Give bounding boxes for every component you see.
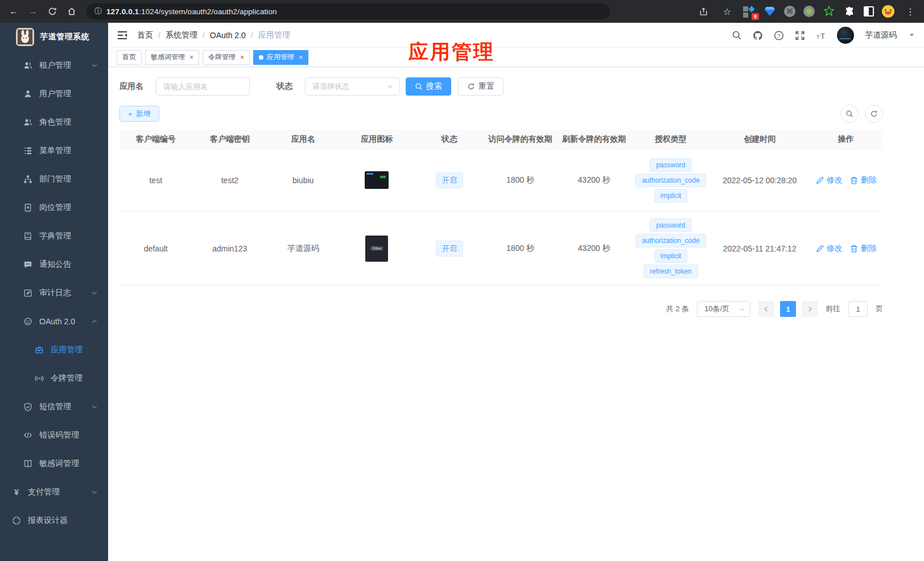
tab-close-icon[interactable]: × [299,53,303,61]
breadcrumb-item-1[interactable]: 系统管理 [166,30,197,40]
user-avatar[interactable] [837,27,854,44]
goto-label: 前往 [826,304,840,314]
goto-page-input[interactable] [848,301,868,317]
breadcrumb-item-0[interactable]: 首页 [137,30,153,40]
extension-blocks-icon[interactable]: 9 [743,5,756,18]
puzzle-extensions-icon[interactable] [843,5,856,18]
trash-icon [849,176,859,185]
audit-log-icon [23,288,32,298]
tab-1[interactable]: 敏感词管理× [145,50,199,65]
reset-button[interactable]: 重置 [458,77,504,96]
sidebar-item-15[interactable]: ¥支付管理 [0,478,108,506]
logo-row[interactable]: 芋道管理系统 [0,23,108,51]
delete-link[interactable]: 删除 [849,244,877,254]
sidebar-item-6[interactable]: 字典管理 [0,222,108,250]
refresh-table-button[interactable] [865,105,883,123]
token-signal-icon [35,374,44,383]
svg-text:T: T [820,31,825,40]
sidebar-item-11[interactable]: 令牌管理 [0,364,108,393]
bookmark-star-icon[interactable]: ☆ [719,3,735,19]
search-button[interactable]: 搜索 [406,77,451,96]
github-icon[interactable] [753,30,763,40]
fullscreen-icon[interactable] [795,30,805,40]
tab-close-icon[interactable]: × [240,53,244,61]
gem-extension-icon[interactable] [764,5,776,18]
cell-created-time: 2022-05-12 00:28:20 [711,176,809,185]
toggle-search-button[interactable] [840,105,859,123]
help-icon[interactable]: ? [774,30,784,40]
cell-grant-types: passwordauthorization_codeimplicitrefres… [631,218,711,278]
status-select[interactable]: 请选择状态 [305,77,400,96]
sidebar-item-5[interactable]: 岗位管理 [0,193,108,222]
breadcrumb-item-2[interactable]: OAuth 2.0 [210,31,246,40]
sidebar-item-4[interactable]: 部门管理 [0,165,108,193]
header-search-icon[interactable] [732,30,742,40]
plus-icon: + [128,110,133,118]
column-header-4: 状态 [415,134,484,145]
user-name[interactable]: 芋道源码 [865,30,897,40]
address-bar[interactable]: ⓘ 127.0.0.1:1024/system/oauth2/oauth2/ap… [86,3,610,19]
sidebar-item-label: 敏感词管理 [39,459,79,469]
error-code-icon [23,431,32,440]
search-icon [415,82,423,90]
font-size-icon[interactable]: TT [816,30,826,40]
tab-0[interactable]: 首页 [117,50,142,65]
share-icon[interactable] [695,3,711,19]
browser-back-button[interactable]: ← [6,3,22,19]
edit-link[interactable]: 修改 [815,244,843,254]
app-name-input[interactable] [156,77,250,96]
user-menu-caret-icon[interactable] [909,32,915,38]
browser-forward-button[interactable]: → [25,3,41,19]
tab-close-icon[interactable]: × [189,53,193,61]
sidebar-item-label: 支付管理 [28,487,60,497]
page-size-select[interactable]: 10条/页 [697,301,750,317]
sidebar-item-16[interactable]: 报表设计器 [0,506,108,535]
sidebar-collapse-icon[interactable] [117,30,128,41]
recorder-extension-icon[interactable] [803,6,815,17]
sidebar-item-12[interactable]: 短信管理 [0,393,108,421]
refresh-icon [467,82,475,90]
svg-text:¥: ¥ [14,488,19,497]
reading-mode-icon[interactable] [864,6,874,16]
emoji-profile-icon[interactable] [882,5,894,18]
sidebar-item-13[interactable]: 错误码管理 [0,421,108,449]
table-row-1: defaultadmin123芋道源码Gitee开启1800 秒43200 秒p… [119,212,883,286]
cell-app-name: 芋道源码 [267,244,339,254]
page-number-1[interactable]: 1 [780,301,796,317]
filter-form: 应用名 状态 请选择状态 搜索 [119,77,883,96]
cell-secret: admin123 [192,244,267,253]
tenant-users-icon [23,61,32,70]
next-page-button[interactable] [802,301,818,317]
add-button[interactable]: + 新增 [119,106,159,122]
tab-3[interactable]: 应用管理× [253,50,308,65]
command-extension-icon[interactable]: ⌘ [784,6,795,17]
svg-text:T: T [816,34,820,39]
sidebar-item-7[interactable]: 通知公告 [0,250,108,279]
total-count: 共 2 条 [666,304,689,314]
content-area: 应用名 状态 请选择状态 搜索 [108,67,924,561]
prev-page-button[interactable] [758,301,774,317]
pay-yen-icon: ¥ [12,488,21,497]
sidebar-item-14[interactable]: 敏感词管理 [0,449,108,478]
browser-reload-button[interactable] [44,3,60,19]
sidebar-item-10[interactable]: 应用管理 [0,336,108,364]
browser-menu-icon[interactable]: ⋮ [902,3,918,19]
breadcrumb-separator: / [203,31,205,40]
sidebar-item-label: OAuth 2.0 [39,317,75,326]
sidebar-item-0[interactable]: 租户管理 [0,51,108,80]
logo-avatar [16,28,34,46]
app-briefcase-icon [35,345,44,354]
edit-link[interactable]: 修改 [815,175,843,185]
delete-link[interactable]: 删除 [849,175,877,185]
site-info-icon[interactable]: ⓘ [94,6,102,16]
cell-grant-types: passwordauthorization_codeimplicit [631,158,711,203]
sidebar-item-8[interactable]: 审计日志 [0,279,108,307]
browser-home-button[interactable] [64,3,80,19]
sidebar-item-3[interactable]: 菜单管理 [0,137,108,165]
grant-type-tag: password [650,218,691,232]
sidebar-item-2[interactable]: 角色管理 [0,108,108,137]
sidebar-item-9[interactable]: OAuth 2.0 [0,307,108,336]
tab-2[interactable]: 令牌管理× [203,50,250,65]
green-star-extension-icon[interactable] [823,5,835,18]
sidebar-item-1[interactable]: 用户管理 [0,80,108,108]
